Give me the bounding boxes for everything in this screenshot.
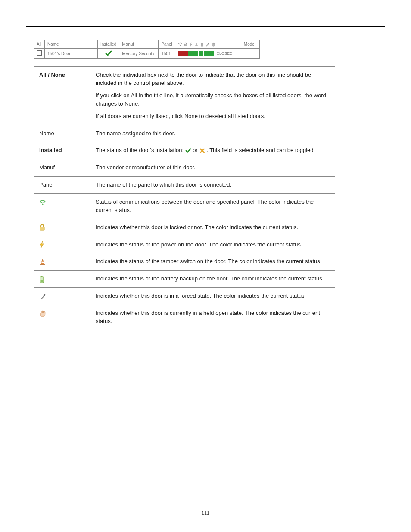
label-comms: [34, 194, 90, 219]
battery-icon: [200, 42, 204, 47]
cell-name[interactable]: 1501's Door: [45, 49, 98, 59]
example-header-row: All Name Installed Manuf Panel Mode: [34, 40, 260, 49]
definitions-table: All / None Check the individual box next…: [34, 66, 335, 330]
svg-rect-11: [41, 276, 43, 277]
svg-rect-13: [44, 293, 46, 296]
page-number: 111: [202, 510, 209, 516]
svg-rect-6: [40, 227, 44, 230]
label-name: Name: [34, 125, 90, 142]
battery-icon: [39, 275, 44, 283]
col-mode: Mode: [241, 40, 259, 49]
x-icon: [199, 147, 205, 155]
col-all[interactable]: All: [34, 40, 45, 49]
desc-comms: Status of communications between the doo…: [90, 194, 335, 219]
label-battery: [34, 271, 90, 288]
example-table: All Name Installed Manuf Panel Mode: [34, 40, 260, 59]
bolt-icon: [39, 241, 44, 249]
label-panel: Panel: [34, 177, 90, 194]
example-data-row: 1501's Door Mercury Security 1501 CLOSED: [34, 49, 260, 59]
svg-rect-1: [184, 44, 187, 46]
cell-closed: CLOSED: [217, 51, 233, 56]
svg-rect-7: [40, 264, 45, 265]
row-held: Indicates whether this door is currently…: [34, 305, 335, 330]
row-all-none: All / None Check the individual box next…: [34, 67, 335, 125]
label-lock: [34, 219, 90, 236]
desc-installed: The status of the door's installation: o…: [90, 142, 335, 159]
bolt-icon: [189, 42, 193, 47]
row-name: Name The name assigned to this door.: [34, 125, 335, 142]
hammer-icon: [206, 42, 210, 47]
label-power: [34, 236, 90, 253]
cell-panel: 1501: [159, 49, 175, 59]
wifi-icon: [39, 199, 46, 206]
status-squares: [178, 51, 214, 56]
row-power: Indicates the status of the power on the…: [34, 236, 335, 253]
desc-tamper: Indicates the status of the tamper switc…: [90, 253, 335, 271]
col-panel: Panel: [159, 40, 175, 49]
col-installed: Installed: [98, 40, 119, 49]
cell-manuf: Mercury Security: [119, 49, 159, 59]
hand-icon: [211, 42, 215, 47]
svg-rect-9: [41, 262, 44, 263]
cone-icon: [39, 258, 46, 265]
col-status-icons: [175, 40, 241, 49]
svg-point-0: [180, 45, 181, 46]
desc-name: The name assigned to this door.: [90, 125, 335, 142]
desc-power: Indicates the status of the power on the…: [90, 236, 335, 253]
col-name: Name: [45, 40, 98, 49]
svg-rect-2: [201, 43, 203, 47]
svg-rect-12: [41, 280, 43, 282]
check-icon: [185, 147, 191, 155]
hand-icon: [39, 310, 46, 317]
hammer-icon: [39, 293, 46, 300]
svg-point-5: [42, 203, 43, 205]
row-forced: Indicates whether this door is in a forc…: [34, 288, 335, 305]
desc-manuf: The vendor or manufacturer of this door.: [90, 159, 335, 177]
label-installed: Installed: [34, 142, 90, 159]
row-manuf: Manuf The vendor or manufacturer of this…: [34, 159, 335, 177]
svg-rect-4: [208, 43, 209, 44]
row-tamper: Indicates the status of the tamper switc…: [34, 253, 335, 271]
row-battery: Indicates the status of the battery back…: [34, 271, 335, 288]
desc-panel: The name of the panel to which this door…: [90, 177, 335, 194]
desc-battery: Indicates the status of the battery back…: [90, 271, 335, 288]
label-manuf: Manuf: [34, 159, 90, 177]
row-checkbox[interactable]: [37, 50, 42, 56]
desc-forced: Indicates whether this door is in a forc…: [90, 288, 335, 305]
lock-icon: [39, 224, 45, 231]
row-lock: Indicates whether this door is locked or…: [34, 219, 335, 236]
svg-rect-3: [202, 43, 202, 43]
desc-lock: Indicates whether this door is locked or…: [90, 219, 335, 236]
col-manuf: Manuf: [119, 40, 159, 49]
row-comms: Status of communications between the doo…: [34, 194, 335, 219]
lock-icon: [184, 42, 188, 47]
label-held: [34, 305, 90, 330]
svg-rect-8: [42, 261, 44, 261]
desc-all-none: Check the individual box next to the doo…: [90, 67, 335, 125]
example-table-wrap: All Name Installed Manuf Panel Mode: [34, 40, 385, 59]
label-tamper: [34, 253, 90, 271]
top-rule: [26, 26, 385, 27]
row-installed: Installed The status of the door's insta…: [34, 142, 335, 159]
check-icon[interactable]: [105, 50, 112, 56]
label-all-none: All / None: [34, 67, 90, 125]
wifi-icon: [178, 42, 182, 47]
label-forced: [34, 288, 90, 305]
page-footer: 111: [26, 506, 385, 516]
desc-held: Indicates whether this door is currently…: [90, 305, 335, 330]
row-panel: Panel The name of the panel to which thi…: [34, 177, 335, 194]
cone-icon: [194, 42, 199, 47]
